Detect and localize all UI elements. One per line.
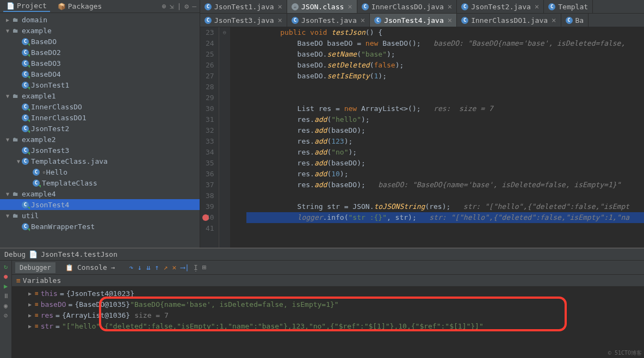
close-icon[interactable]: × [448, 16, 452, 24]
fold-marker[interactable] [219, 125, 230, 136]
class-item[interactable]: CJsonTest4 [0, 199, 200, 210]
code-line[interactable]: res.add(10); [246, 169, 644, 180]
rerun-icon[interactable]: ↻ [4, 263, 8, 270]
folder-item[interactable]: ▼🖿util [0, 210, 200, 221]
breakpoint-icon[interactable] [202, 214, 209, 221]
line-number[interactable]: 36 [206, 169, 214, 180]
class-item[interactable]: CBaseDO3 [0, 58, 200, 69]
class-item[interactable]: CJsonTest1 [0, 79, 200, 90]
step-into-icon[interactable]: ↓ [138, 263, 142, 271]
fold-marker[interactable] [219, 158, 230, 169]
gear-icon[interactable]: ⚙ [184, 2, 189, 10]
code-line[interactable]: BaseDO baseDO = new BaseDO(); baseDO: "B… [246, 38, 644, 49]
code-line[interactable]: baseDO.setIsEmpty(1); [246, 71, 644, 82]
close-icon[interactable]: × [278, 2, 282, 11]
close-icon[interactable]: × [535, 2, 539, 11]
console-tab[interactable]: 📋 Console → [61, 262, 119, 273]
fold-marker[interactable] [219, 82, 230, 92]
debugger-tab[interactable]: Debugger [15, 262, 55, 273]
fold-marker[interactable] [219, 49, 230, 60]
target-icon[interactable]: ⊕ [162, 2, 166, 10]
class-item[interactable]: CJsonTest2 [0, 123, 200, 134]
fold-marker[interactable] [219, 136, 230, 147]
close-icon[interactable]: × [348, 2, 352, 11]
fold-marker[interactable] [219, 60, 230, 71]
line-number[interactable]: 41 [206, 223, 214, 234]
fold-marker[interactable] [219, 38, 230, 49]
hide-icon[interactable]: — [192, 2, 196, 10]
collapse-icon[interactable]: ⇲ [170, 2, 174, 10]
code-line[interactable]: res.add(baseDO); [246, 158, 644, 169]
class-item[interactable]: CInnerClassDO [0, 101, 200, 112]
fold-marker[interactable] [219, 212, 230, 223]
close-icon[interactable]: × [278, 16, 282, 24]
variable-row[interactable]: ▶≡str="["hello",{"deleted":false,"isEmpt… [12, 320, 644, 331]
line-number[interactable]: 38 [206, 190, 214, 201]
class-item[interactable]: CBeanWrapperTest [0, 221, 200, 232]
code-line[interactable]: baseDO.setName("base"); [246, 49, 644, 60]
step-out-icon[interactable]: ↑ [155, 263, 159, 271]
editor-tab[interactable]: CJsonTest3.java× [200, 14, 287, 27]
line-number[interactable]: 26 [206, 60, 214, 71]
code-line[interactable]: baseDO.setDeleted(false); [246, 60, 644, 71]
code-line[interactable] [246, 223, 644, 234]
editor-tab[interactable]: CBa [561, 14, 589, 27]
folder-item[interactable]: ▼🖿example2 [0, 134, 200, 145]
run-to-cursor-icon[interactable]: ✕ [172, 263, 176, 271]
class-item[interactable]: CBaseDO [0, 36, 200, 47]
fold-marker[interactable] [219, 92, 230, 103]
code-line[interactable]: res.add(baseDO); [246, 125, 644, 136]
code-line[interactable]: List res = new ArrayList<>(); res: size … [246, 103, 644, 114]
stop-icon[interactable]: ● [4, 273, 8, 280]
code-area[interactable]: 23242526272829303132333435363738394041 ⊖… [200, 27, 644, 248]
editor-tab[interactable]: CTemplat [544, 0, 593, 13]
line-number[interactable]: 23 [206, 27, 214, 38]
fold-marker[interactable] [219, 71, 230, 82]
folder-item[interactable]: ▼🖿example [0, 25, 200, 36]
cursor-icon[interactable]: Ị [194, 263, 198, 271]
code-content[interactable]: public void testJson() { BaseDO baseDO =… [230, 27, 644, 248]
class-item[interactable]: CJsonTest3 [0, 145, 200, 156]
evaluate-icon[interactable]: ⟶| [181, 263, 189, 271]
fold-marker[interactable]: ⊖ [219, 27, 230, 38]
code-line[interactable] [246, 92, 644, 103]
editor-tab[interactable]: CInnerClassDO.java× [357, 0, 457, 13]
line-number[interactable]: 32 [206, 125, 214, 136]
line-number[interactable]: 27 [206, 71, 214, 82]
line-number[interactable]: 33 [206, 136, 214, 147]
line-number[interactable]: 28 [206, 82, 214, 92]
close-icon[interactable]: × [361, 16, 365, 24]
line-number[interactable]: 24 [206, 38, 214, 49]
line-number[interactable]: 35 [206, 158, 214, 169]
class-item[interactable]: CBaseDO2 [0, 47, 200, 58]
variables-list[interactable]: ▶≡this={JsonTest4@1023} ▶≡baseDO={BaseDO… [12, 287, 644, 358]
fold-marker[interactable] [219, 169, 230, 180]
fold-marker[interactable] [219, 223, 230, 234]
force-step-into-icon[interactable]: ⇊ [146, 263, 151, 271]
class-item[interactable]: C ∘ Hello [0, 166, 200, 177]
editor-tab[interactable]: CJsonTest4.java× [370, 14, 457, 27]
class-item[interactable]: ▼CTemplateClass.java [0, 156, 200, 166]
line-number[interactable]: 29 [206, 92, 214, 103]
fold-marker[interactable] [219, 190, 230, 201]
pause-icon[interactable]: ⏸ [3, 292, 9, 300]
class-item[interactable]: CTemplateClass [0, 177, 200, 188]
fold-marker[interactable] [219, 147, 230, 158]
code-line[interactable]: logger.info("str :{}", str); str: "["hel… [246, 212, 644, 223]
calculator-icon[interactable]: ⊞ [202, 263, 207, 271]
class-item[interactable]: CInnerClassDO1 [0, 112, 200, 123]
variable-row[interactable]: ▶≡baseDO={BaseDO@1035} "BaseDO{name='bas… [12, 299, 644, 310]
line-number[interactable]: 31 [206, 114, 214, 125]
line-number[interactable]: 25 [206, 49, 214, 60]
packages-tab[interactable]: 📦 Packages [54, 1, 106, 11]
editor-tab[interactable]: CJsonTest2.java× [457, 0, 544, 13]
step-over-icon[interactable]: ↷ [129, 263, 133, 271]
editor-tab[interactable]: CInnerClassDO1.java× [457, 14, 561, 27]
editor-tab[interactable]: CJsonTest1.java× [200, 0, 287, 13]
code-line[interactable]: res.add(baseDO); baseDO: "BaseDO{name='b… [246, 180, 644, 190]
editor-tab[interactable]: ☕JSON.class× [287, 0, 357, 13]
view-breakpoints-icon[interactable]: ◉ [4, 302, 8, 310]
variable-row[interactable]: ▶≡this={JsonTest4@1023} [12, 288, 644, 299]
code-line[interactable] [246, 190, 644, 201]
code-line[interactable]: public void testJson() { [246, 27, 644, 38]
